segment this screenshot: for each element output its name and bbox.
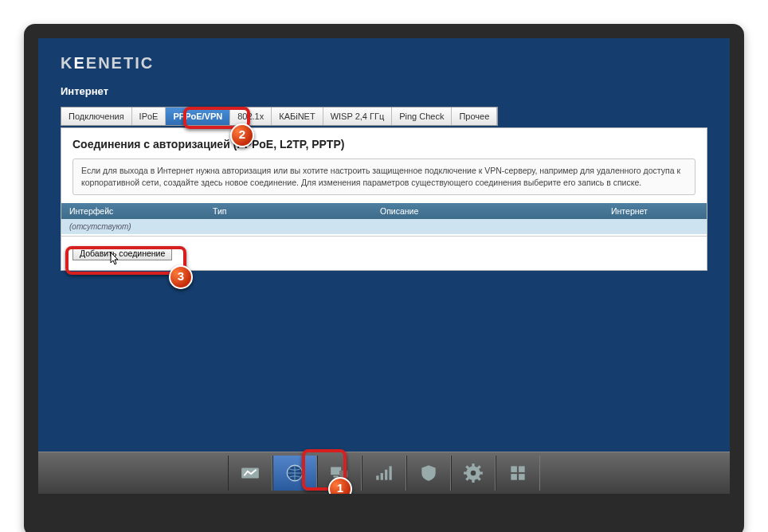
svg-rect-22 bbox=[519, 474, 525, 480]
svg-rect-19 bbox=[511, 466, 517, 472]
taskbar bbox=[38, 452, 730, 494]
svg-rect-21 bbox=[511, 474, 517, 480]
shield-icon bbox=[418, 463, 439, 483]
main-panel: Соединения с авторизацией (PPPoE, L2TP, … bbox=[61, 127, 707, 271]
panel-description: Если для выхода в Интернет нужна авториз… bbox=[72, 158, 696, 195]
svg-line-17 bbox=[466, 477, 468, 479]
svg-line-15 bbox=[466, 466, 468, 468]
taskbar-security[interactable] bbox=[406, 456, 451, 491]
svg-line-16 bbox=[477, 477, 480, 479]
col-internet: Интернет bbox=[603, 203, 707, 219]
tab-connections[interactable]: Подключения bbox=[61, 108, 132, 125]
svg-rect-7 bbox=[385, 470, 387, 480]
col-type: Тип bbox=[205, 203, 372, 219]
signal-icon bbox=[374, 463, 394, 483]
grid-icon bbox=[507, 463, 528, 483]
tab-wisp[interactable]: WISP 2,4 ГГц bbox=[323, 108, 393, 125]
taskbar-wifi[interactable] bbox=[362, 456, 406, 491]
page-title: Интернет bbox=[38, 80, 730, 107]
col-interface: Интерфейс bbox=[61, 203, 205, 219]
tab-8021x[interactable]: 802.1x bbox=[230, 108, 272, 125]
monitor-frame: KEENETIC Интернет Подключения IPoE PPPoE… bbox=[24, 24, 744, 532]
callout-2: 2 bbox=[230, 123, 254, 147]
table-empty-row: (отсутствуют) bbox=[61, 219, 707, 234]
tabs-bar: Подключения IPoE PPPoE/VPN 802.1x КАБiNE… bbox=[61, 107, 498, 126]
tab-pingcheck[interactable]: Ping Check bbox=[392, 108, 452, 125]
svg-rect-5 bbox=[376, 475, 378, 479]
tab-pppoe-vpn[interactable]: PPPoE/VPN bbox=[166, 108, 230, 125]
taskbar-apps[interactable] bbox=[496, 456, 540, 491]
svg-rect-6 bbox=[381, 473, 383, 480]
svg-rect-8 bbox=[390, 466, 392, 479]
svg-point-10 bbox=[471, 471, 476, 476]
col-description: Описание bbox=[372, 203, 603, 219]
chart-icon bbox=[240, 463, 261, 483]
screen-content: KEENETIC Интернет Подключения IPoE PPPoE… bbox=[38, 38, 730, 494]
svg-rect-20 bbox=[519, 466, 525, 472]
table-header: Интерфейс Тип Описание Интернет bbox=[61, 203, 707, 219]
tab-kabinet[interactable]: КАБiNET bbox=[272, 108, 323, 125]
logo: KEENETIC bbox=[38, 38, 730, 80]
svg-line-18 bbox=[477, 466, 480, 468]
callout-3: 3 bbox=[169, 265, 193, 289]
taskbar-stats[interactable] bbox=[228, 456, 272, 491]
gear-icon bbox=[463, 463, 484, 483]
tab-ipoe[interactable]: IPoE bbox=[132, 108, 167, 125]
panel-title: Соединения с авторизацией (PPPoE, L2TP, … bbox=[61, 128, 707, 158]
taskbar-settings[interactable] bbox=[451, 456, 496, 491]
taskbar-internet[interactable] bbox=[272, 456, 317, 491]
tab-other[interactable]: Прочее bbox=[452, 108, 497, 125]
add-connection-button[interactable]: Добавить соединение bbox=[72, 246, 172, 260]
globe-icon bbox=[284, 463, 305, 483]
